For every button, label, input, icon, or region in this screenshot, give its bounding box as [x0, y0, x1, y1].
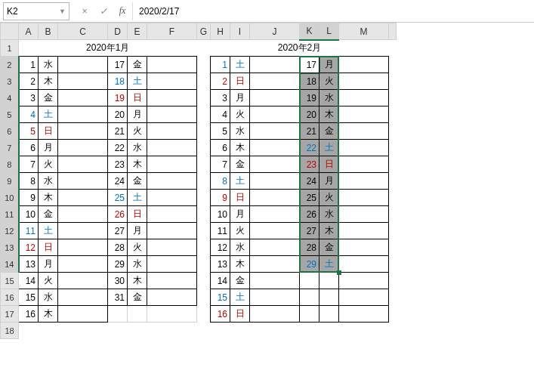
- jan-r-5-dow[interactable]: 水: [128, 140, 147, 156]
- jan-l-0-note[interactable]: [58, 57, 108, 73]
- row-header-12[interactable]: 12: [1, 223, 19, 239]
- jan-l-4-dow[interactable]: 日: [39, 123, 58, 140]
- feb-r-12-day[interactable]: 29: [300, 256, 319, 273]
- feb-l-14-day[interactable]: 15: [211, 289, 230, 306]
- row-header-9[interactable]: 9: [1, 173, 19, 190]
- col-header-E[interactable]: E: [128, 23, 147, 40]
- feb-l-14-note[interactable]: [250, 289, 300, 306]
- jan-l-3-dow[interactable]: 土: [39, 106, 58, 123]
- feb-r-0-note[interactable]: [339, 57, 389, 73]
- feb-l-3-day[interactable]: 4: [211, 106, 230, 123]
- col-header-F[interactable]: F: [147, 23, 197, 40]
- jan-l-13-day[interactable]: 14: [19, 273, 39, 289]
- row-header-2[interactable]: 2: [1, 57, 19, 73]
- feb-r-0-day[interactable]: 17: [300, 57, 319, 73]
- jan-r-9-dow[interactable]: 日: [128, 206, 147, 223]
- feb-l-9-day[interactable]: 10: [211, 206, 230, 223]
- jan-r-12-dow[interactable]: 水: [128, 256, 147, 273]
- jan-r-3-dow[interactable]: 月: [128, 106, 147, 123]
- feb-r-4-dow[interactable]: 金: [319, 123, 339, 140]
- dropdown-icon[interactable]: ▼: [59, 8, 66, 15]
- jan-l-10-note[interactable]: [58, 223, 108, 239]
- feb-l-3-dow[interactable]: 火: [230, 106, 250, 123]
- jan-l-10-dow[interactable]: 土: [39, 223, 58, 239]
- feb-l-3-note[interactable]: [250, 106, 300, 123]
- jan-r-11-day[interactable]: 28: [108, 239, 128, 256]
- col-header-L[interactable]: L: [319, 23, 339, 40]
- jan-l-5-dow[interactable]: 月: [39, 140, 58, 156]
- feb-l-1-day[interactable]: 2: [211, 73, 230, 90]
- row-header-15[interactable]: 15: [1, 273, 19, 289]
- jan-l-3-day[interactable]: 4: [19, 106, 39, 123]
- jan-l-9-dow[interactable]: 金: [39, 206, 58, 223]
- cancel-icon[interactable]: ×: [76, 2, 94, 20]
- jan-l-15-day[interactable]: 16: [19, 306, 39, 323]
- row-header-18[interactable]: 18: [1, 323, 19, 339]
- row-header-8[interactable]: 8: [1, 156, 19, 173]
- jan-l-8-note[interactable]: [58, 190, 108, 206]
- col-header-D[interactable]: D: [108, 23, 128, 40]
- row-header-7[interactable]: 7: [1, 140, 19, 156]
- feb-r-11-day[interactable]: 28: [300, 239, 319, 256]
- jan-l-8-day[interactable]: 9: [19, 190, 39, 206]
- feb-l-0-note[interactable]: [250, 57, 300, 73]
- jan-l-14-dow[interactable]: 水: [39, 289, 58, 306]
- jan-r-9-note[interactable]: [147, 206, 197, 223]
- feb-r-3-note[interactable]: [339, 106, 389, 123]
- jan-l-14-day[interactable]: 15: [19, 289, 39, 306]
- feb-r-5-dow[interactable]: 土: [319, 140, 339, 156]
- row-header-17[interactable]: 17: [1, 306, 19, 323]
- feb-r-1-day[interactable]: 18: [300, 73, 319, 90]
- feb-r-8-note[interactable]: [339, 190, 389, 206]
- feb-r-6-note[interactable]: [339, 156, 389, 173]
- feb-l-0-dow[interactable]: 土: [230, 57, 250, 73]
- feb-l-8-day[interactable]: 9: [211, 190, 230, 206]
- jan-r-7-day[interactable]: 24: [108, 173, 128, 190]
- feb-r-2-dow[interactable]: 水: [319, 90, 339, 106]
- feb-r-10-note[interactable]: [339, 223, 389, 239]
- feb-r-1-dow[interactable]: 火: [319, 73, 339, 90]
- jan-r-3-note[interactable]: [147, 106, 197, 123]
- feb-l-10-dow[interactable]: 火: [230, 223, 250, 239]
- jan-r-7-note[interactable]: [147, 173, 197, 190]
- feb-l-10-day[interactable]: 11: [211, 223, 230, 239]
- feb-l-9-dow[interactable]: 月: [230, 206, 250, 223]
- jan-l-5-note[interactable]: [58, 140, 108, 156]
- feb-r-11-note[interactable]: [339, 239, 389, 256]
- feb-r-2-note[interactable]: [339, 90, 389, 106]
- feb-r-5-day[interactable]: 22: [300, 140, 319, 156]
- jan-r-4-note[interactable]: [147, 123, 197, 140]
- row-header-11[interactable]: 11: [1, 206, 19, 223]
- jan-l-9-day[interactable]: 10: [19, 206, 39, 223]
- jan-r-1-dow[interactable]: 土: [128, 73, 147, 90]
- feb-r-4-note[interactable]: [339, 123, 389, 140]
- feb-l-8-note[interactable]: [250, 190, 300, 206]
- col-header-H[interactable]: H: [211, 23, 230, 40]
- formula-input[interactable]: 2020/2/17: [132, 2, 531, 20]
- jan-l-6-note[interactable]: [58, 156, 108, 173]
- jan-l-11-day[interactable]: 12: [19, 239, 39, 256]
- feb-r-7-dow[interactable]: 月: [319, 173, 339, 190]
- feb-l-2-dow[interactable]: 月: [230, 90, 250, 106]
- feb-l-15-note[interactable]: [250, 306, 300, 323]
- feb-r-7-note[interactable]: [339, 173, 389, 190]
- jan-l-1-day[interactable]: 2: [19, 73, 39, 90]
- month-header-jan[interactable]: 2020年1月: [19, 40, 197, 57]
- jan-r-6-note[interactable]: [147, 156, 197, 173]
- row-header-6[interactable]: 6: [1, 123, 19, 140]
- cell-G1[interactable]: [197, 40, 211, 57]
- feb-l-4-note[interactable]: [250, 123, 300, 140]
- jan-r-8-day[interactable]: 25: [108, 190, 128, 206]
- col-header-K[interactable]: K: [300, 23, 319, 40]
- feb-r-4-day[interactable]: 21: [300, 123, 319, 140]
- feb-l-5-dow[interactable]: 木: [230, 140, 250, 156]
- col-header-G[interactable]: G: [197, 23, 211, 40]
- feb-r-8-day[interactable]: 25: [300, 190, 319, 206]
- feb-l-7-day[interactable]: 8: [211, 173, 230, 190]
- jan-r-2-dow[interactable]: 日: [128, 90, 147, 106]
- jan-l-7-dow[interactable]: 水: [39, 173, 58, 190]
- feb-l-13-day[interactable]: 14: [211, 273, 230, 289]
- feb-l-13-dow[interactable]: 金: [230, 273, 250, 289]
- jan-r-5-day[interactable]: 22: [108, 140, 128, 156]
- feb-l-12-dow[interactable]: 木: [230, 256, 250, 273]
